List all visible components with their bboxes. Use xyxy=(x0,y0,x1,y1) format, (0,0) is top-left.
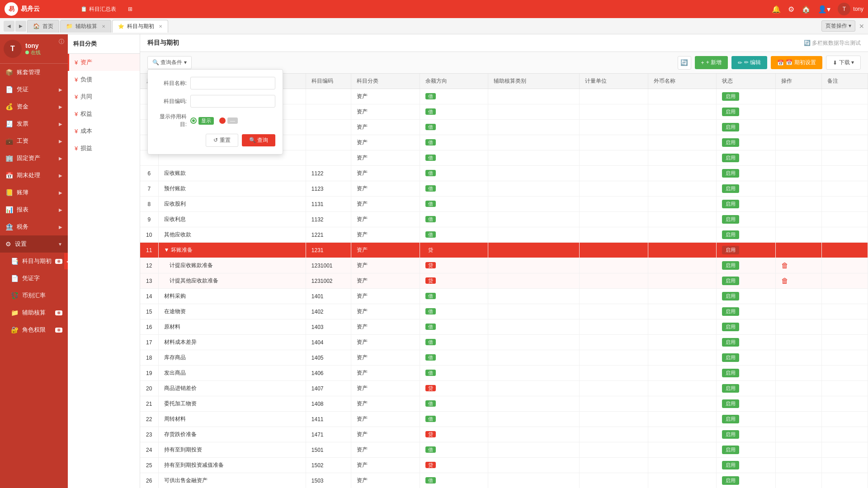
table-row[interactable]: 20 商品进销差价 1407 资产 贷 启用 xyxy=(140,381,868,396)
delete-btn[interactable]: 🗑 xyxy=(781,277,788,285)
table-row[interactable]: 7 预付账款 1123 资产 借 启用 xyxy=(140,181,868,197)
table-row[interactable]: 17 材料成本差异 1404 资产 借 启用 xyxy=(140,335,868,350)
table-row[interactable]: 9 应收利息 1132 资产 借 启用 xyxy=(140,212,868,227)
category-item-equity[interactable]: ¥ 权益 xyxy=(68,105,140,122)
status-btn[interactable]: 启用 xyxy=(722,292,739,300)
tab-home[interactable]: 🏠 首页 xyxy=(27,20,59,33)
table-row[interactable]: 26 可供出售金融资产 1503 资产 借 启用 xyxy=(140,473,868,488)
sidebar-item-voucher-char[interactable]: 📄凭证字 xyxy=(0,270,68,287)
category-item-liability[interactable]: ¥ 负债 xyxy=(68,71,140,88)
status-btn[interactable]: 启用 xyxy=(722,92,739,101)
sidebar-item-roles[interactable]: 🔐角色权限 ❋ xyxy=(0,321,68,338)
status-btn[interactable]: 启用 xyxy=(722,138,739,147)
sidebar-item-accounts[interactable]: 📦账套管理 xyxy=(0,64,68,81)
delete-btn[interactable]: 🗑 xyxy=(781,262,788,270)
status-btn[interactable]: 启用 xyxy=(722,415,739,423)
radio-show[interactable]: 显示 xyxy=(190,117,214,125)
table-row[interactable]: 15 在途物资 1402 资产 借 启用 xyxy=(140,304,868,319)
status-btn[interactable]: 启用 xyxy=(722,399,739,408)
search-dropdown-btn[interactable]: 🔍 查询条件 ▾ xyxy=(147,56,192,69)
sidebar-item-assets[interactable]: 🏢固定资产 ▶ xyxy=(0,150,68,167)
period-btn[interactable]: 📅 📅 期初设置 xyxy=(771,56,822,69)
sidebar-item-period-end[interactable]: 📅期末处理 ▶ xyxy=(0,167,68,184)
table-row[interactable]: 25 持有至到期投资减值准备 1502 资产 贷 启用 xyxy=(140,458,868,473)
category-item-cost[interactable]: ¥ 成本 xyxy=(68,122,140,140)
status-btn[interactable]: 启用 xyxy=(722,277,739,285)
status-btn[interactable]: 启用 xyxy=(722,230,739,239)
status-btn[interactable]: 启用 xyxy=(722,369,739,377)
table-row[interactable]: 6 应收账款 1122 资产 借 启用 xyxy=(140,166,868,181)
top-nav-grid[interactable]: ⊞ xyxy=(124,6,136,12)
table-row[interactable]: 14 材料采购 1401 资产 借 启用 xyxy=(140,289,868,304)
sidebar-collapse-btn[interactable]: ◀ xyxy=(64,253,68,269)
table-row[interactable]: 16 原材料 1403 资产 借 启用 xyxy=(140,319,868,335)
settings-icon[interactable]: ⚙ xyxy=(788,5,794,14)
status-btn[interactable]: 启用 xyxy=(722,446,739,454)
category-item-assets[interactable]: ¥ 资产 xyxy=(68,54,140,71)
table-row[interactable]: 23 存货跌价准备 1471 资产 贷 启用 xyxy=(140,427,868,442)
status-btn[interactable]: 启用 xyxy=(722,461,739,469)
table-row[interactable]: 22 周转材料 1411 资产 借 启用 xyxy=(140,412,868,427)
refresh-btn[interactable]: 🔄 xyxy=(678,56,691,70)
edit-btn[interactable]: ✏ ✏ 编辑 xyxy=(731,56,767,69)
sidebar-item-voucher[interactable]: 📄凭证 ▶ xyxy=(0,81,68,98)
status-btn[interactable]: 启用 xyxy=(722,384,739,393)
top-nav-summary[interactable]: 📋 科目汇总表 xyxy=(77,5,120,13)
sidebar-item-settings[interactable]: ⚙设置 ▼ xyxy=(0,235,68,253)
status-btn[interactable]: 启用 xyxy=(722,307,739,316)
sidebar-item-subject[interactable]: 📑科目与期初 ❋ xyxy=(0,253,68,270)
status-btn[interactable]: 启用 xyxy=(722,261,739,270)
status-btn[interactable]: 启用 xyxy=(722,476,739,485)
status-btn[interactable]: 启用 xyxy=(722,246,739,254)
sidebar-item-tax[interactable]: 🏦税务 ▶ xyxy=(0,218,68,235)
table-row[interactable]: 8 应收股利 1131 资产 借 启用 xyxy=(140,197,868,212)
table-row[interactable]: 18 库存商品 1405 资产 借 启用 xyxy=(140,350,868,366)
category-item-profit[interactable]: ¥ 损益 xyxy=(68,140,140,157)
status-btn[interactable]: 启用 xyxy=(722,430,739,439)
status-btn[interactable]: 启用 xyxy=(722,154,739,162)
code-input[interactable] xyxy=(190,95,275,108)
sidebar-item-auxiliary[interactable]: 📁辅助核算 ❋ xyxy=(0,304,68,321)
tab-subject[interactable]: ⭐ 科目与期初 ✕ xyxy=(112,20,168,33)
tab-auxiliary-close[interactable]: ✕ xyxy=(102,24,105,29)
category-item-common[interactable]: ¥ 共同 xyxy=(68,88,140,105)
sidebar-item-funds[interactable]: 💰资金 ▶ xyxy=(0,98,68,115)
table-row[interactable]: 21 委托加工物资 1408 资产 借 启用 xyxy=(140,396,868,412)
tab-ops-button[interactable]: 页签操作 ▾ xyxy=(821,20,855,32)
tab-subject-close[interactable]: ✕ xyxy=(159,24,162,29)
download-btn[interactable]: ⬇ 下载 ▾ xyxy=(826,56,861,70)
status-btn[interactable]: 启用 xyxy=(722,353,739,362)
status-btn[interactable]: 启用 xyxy=(722,169,739,178)
radio-hide[interactable]: — xyxy=(219,117,238,124)
tab-close-all-btn[interactable]: ✕ xyxy=(859,23,864,30)
sidebar-item-currency[interactable]: 💱币别汇率 xyxy=(0,287,68,304)
name-input[interactable] xyxy=(190,77,275,89)
status-btn[interactable]: 启用 xyxy=(722,123,739,131)
tab-auxiliary[interactable]: 📁 辅助核算 ✕ xyxy=(60,20,111,33)
status-btn[interactable]: 启用 xyxy=(722,338,739,347)
table-row[interactable]: 19 发出商品 1406 资产 借 启用 xyxy=(140,366,868,381)
bell-icon[interactable]: 🔔 xyxy=(772,5,781,14)
table-row[interactable]: 11 ▼ 坏账准备 1231 资产 贷 启用 xyxy=(140,243,868,258)
user-area[interactable]: T tony xyxy=(838,3,863,15)
status-btn[interactable]: 启用 xyxy=(722,184,739,193)
status-btn[interactable]: 启用 xyxy=(722,215,739,224)
tab-back-btn[interactable]: ◀ xyxy=(4,21,14,32)
status-btn[interactable]: 启用 xyxy=(722,200,739,208)
user-menu-icon[interactable]: 👤▾ xyxy=(818,5,830,14)
reset-btn[interactable]: ↺ 重置 xyxy=(206,134,238,147)
sidebar-item-payroll[interactable]: 💼工资 ▶ xyxy=(0,132,68,150)
search-btn[interactable]: 🔍 查询 xyxy=(242,134,275,146)
table-row[interactable]: 13 计提其他应收款准备 1231002 资产 贷 启用 🗑 xyxy=(140,273,868,289)
table-row[interactable]: 12 计提应收账款准备 1231001 资产 贷 启用 🗑 xyxy=(140,258,868,273)
sidebar-item-invoice[interactable]: 🧾发票 ▶ xyxy=(0,115,68,132)
home-icon[interactable]: 🏠 xyxy=(802,5,811,14)
sidebar-item-reports[interactable]: 📊报表 ▶ xyxy=(0,201,68,218)
info-icon[interactable]: ⓘ xyxy=(59,38,64,46)
sidebar-item-ledger[interactable]: 📒账簿 ▶ xyxy=(0,184,68,201)
table-row[interactable]: 24 持有至到期投资 1501 资产 借 启用 xyxy=(140,442,868,458)
tab-forward-btn[interactable]: ▶ xyxy=(15,21,26,32)
status-btn[interactable]: 启用 xyxy=(722,108,739,116)
new-btn[interactable]: + + 新增 xyxy=(695,56,728,69)
table-row[interactable]: 10 其他应收款 1221 资产 借 启用 xyxy=(140,227,868,243)
